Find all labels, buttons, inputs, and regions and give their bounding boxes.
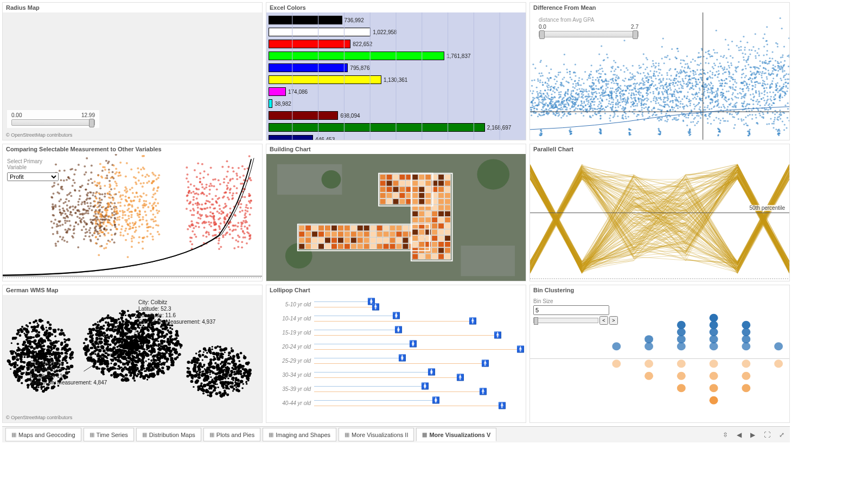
bin-step-prev[interactable]: < bbox=[599, 316, 608, 325]
svg-point-2799 bbox=[731, 77, 733, 79]
svg-point-1299 bbox=[692, 121, 694, 123]
sheet-tab[interactable]: ▦Imaging and Shapes bbox=[263, 428, 336, 441]
excel-bar-row[interactable]: 1,022,958 bbox=[269, 27, 524, 37]
svg-point-3037 bbox=[706, 85, 708, 86]
svg-point-1773 bbox=[588, 93, 589, 95]
svg-point-1616 bbox=[533, 108, 535, 110]
lollipop-row[interactable]: 40-44 yr old 🚺 🚹 bbox=[271, 396, 521, 410]
distance-slider[interactable]: distance from Avg GPA 0.0 2.7 bbox=[534, 15, 643, 40]
svg-rect-4384 bbox=[419, 217, 425, 222]
lollipop-row[interactable]: 5-10 yr old 🚺 🚹 bbox=[271, 297, 521, 311]
bin-clustering-body[interactable]: Bin Size < > bbox=[530, 295, 789, 422]
svg-point-2787 bbox=[591, 96, 593, 98]
svg-point-1365 bbox=[612, 87, 614, 89]
bin-size-slider[interactable] bbox=[533, 318, 598, 323]
svg-point-2628 bbox=[666, 117, 668, 118]
svg-point-4267 bbox=[199, 181, 201, 183]
svg-point-3872 bbox=[97, 206, 99, 208]
bar[interactable] bbox=[269, 87, 286, 96]
lollipop-row[interactable]: 35-39 yr old 🚺 🚹 bbox=[271, 382, 521, 396]
difference-body[interactable]: distance from Avg GPA 0.0 2.7 bbox=[530, 12, 789, 140]
svg-point-5019 bbox=[58, 341, 60, 342]
svg-point-5887 bbox=[104, 318, 106, 320]
svg-point-1427 bbox=[611, 79, 613, 81]
lollipop-row[interactable]: 25-29 yr old 🚺 🚹 bbox=[271, 354, 521, 368]
svg-point-2636 bbox=[689, 81, 691, 83]
excel-bar-row[interactable]: 698,094 bbox=[269, 110, 524, 121]
sheet-tab[interactable]: ▦More Visualizations II bbox=[339, 428, 414, 441]
lollipop-body[interactable]: 5-10 yr old 🚺 🚹 10-14 yr old 🚺 🚹 15-19 y… bbox=[266, 295, 526, 422]
svg-point-2406 bbox=[788, 66, 789, 67]
tab-scroll-left-icon[interactable]: ◀ bbox=[735, 430, 744, 440]
svg-rect-4425 bbox=[438, 211, 444, 216]
sheet-tab[interactable]: ▦Distribution Maps bbox=[136, 428, 201, 441]
sheet-tab[interactable]: ▦Plots and Pies bbox=[203, 428, 260, 441]
svg-point-2011 bbox=[697, 95, 698, 97]
tab-scroll-updown-icon[interactable]: ⇳ bbox=[720, 430, 730, 440]
excel-bar-row[interactable]: 174,086 bbox=[269, 86, 524, 97]
svg-point-6129 bbox=[110, 367, 112, 369]
svg-point-5965 bbox=[116, 332, 119, 335]
bar[interactable] bbox=[269, 63, 348, 72]
radius-map-body[interactable]: 0.00 12.99 © OpenStreetMap contributors bbox=[3, 12, 262, 140]
excel-bar-row[interactable]: 2,168,697 bbox=[269, 122, 524, 133]
bin-step-next[interactable]: > bbox=[609, 316, 618, 325]
lollipop-row[interactable]: 10-14 yr old 🚺 🚹 bbox=[271, 311, 521, 325]
german-wms-body[interactable]: City: Colbitz Latitude: 52.3 Longitude: … bbox=[3, 295, 262, 422]
svg-point-3461 bbox=[84, 221, 86, 223]
svg-point-4009 bbox=[229, 211, 232, 214]
excel-bar-row[interactable]: 795,876 bbox=[269, 62, 524, 73]
radius-slider[interactable]: 0.00 12.99 bbox=[7, 110, 99, 128]
svg-point-2830 bbox=[648, 112, 649, 114]
svg-point-1065 bbox=[552, 101, 553, 102]
bar[interactable] bbox=[269, 28, 371, 36]
svg-point-3046 bbox=[549, 110, 551, 112]
svg-point-3122 bbox=[784, 74, 786, 76]
fit-width-icon[interactable]: ⛶ bbox=[762, 430, 773, 440]
bin-size-input[interactable] bbox=[533, 305, 609, 315]
sheet-tab[interactable]: ▦Maps and Geocoding bbox=[5, 428, 81, 441]
lollipop-row[interactable]: 30-34 yr old 🚺 🚹 bbox=[271, 368, 521, 382]
parallel-chart-body[interactable]: 50th percentile bbox=[530, 154, 789, 281]
svg-point-6125 bbox=[120, 338, 123, 341]
svg-point-1857 bbox=[731, 114, 733, 115]
svg-point-5902 bbox=[86, 355, 87, 356]
bar[interactable] bbox=[269, 111, 338, 120]
excel-bar-row[interactable]: 822,652 bbox=[269, 38, 524, 49]
primary-variable-select[interactable]: Profit bbox=[7, 172, 59, 181]
bar[interactable] bbox=[269, 52, 444, 60]
svg-point-1764 bbox=[576, 92, 577, 94]
excel-colors-body[interactable]: 736,9921,022,958822,6521,761,837795,8761… bbox=[266, 12, 526, 140]
excel-bar-row[interactable]: 1,130,361 bbox=[269, 74, 524, 85]
svg-point-5584 bbox=[157, 345, 159, 347]
bar[interactable] bbox=[269, 123, 485, 132]
excel-bar-row[interactable]: 446,453 bbox=[269, 134, 524, 140]
excel-bar-row[interactable]: 1,761,837 bbox=[269, 50, 524, 61]
sheet-tab[interactable]: ▦More Visualizations V bbox=[416, 428, 496, 441]
comparing-body[interactable]: Select Primary Variable Profit bbox=[3, 154, 262, 281]
lollipop-category-label: 40-44 yr old bbox=[271, 400, 314, 406]
svg-point-2461 bbox=[709, 113, 710, 114]
tab-scroll-right-icon[interactable]: ▶ bbox=[748, 430, 757, 440]
excel-bar-row[interactable]: 736,992 bbox=[269, 15, 524, 25]
bar[interactable] bbox=[269, 99, 272, 108]
building-chart-body[interactable] bbox=[266, 154, 526, 281]
svg-point-3828 bbox=[142, 236, 144, 239]
svg-point-2596 bbox=[589, 85, 590, 87]
svg-point-3655 bbox=[104, 184, 106, 187]
sheet-tab[interactable]: ▦Time Series bbox=[84, 428, 134, 441]
bar[interactable] bbox=[269, 16, 342, 24]
svg-point-3447 bbox=[66, 194, 68, 196]
lollipop-row[interactable]: 20-24 yr old 🚺 🚹 bbox=[271, 339, 521, 354]
bar[interactable] bbox=[269, 75, 381, 84]
excel-bar-row[interactable]: 38,982 bbox=[269, 98, 524, 109]
bar[interactable] bbox=[269, 40, 350, 48]
svg-point-4213 bbox=[240, 203, 242, 205]
svg-point-1915 bbox=[531, 80, 533, 81]
svg-point-2374 bbox=[545, 99, 546, 100]
svg-point-2451 bbox=[666, 92, 668, 93]
bar[interactable] bbox=[269, 135, 313, 140]
svg-point-3389 bbox=[90, 221, 92, 223]
fullscreen-icon[interactable]: ⤢ bbox=[777, 430, 787, 440]
lollipop-row[interactable]: 15-19 yr old 🚺 🚹 bbox=[271, 325, 521, 339]
